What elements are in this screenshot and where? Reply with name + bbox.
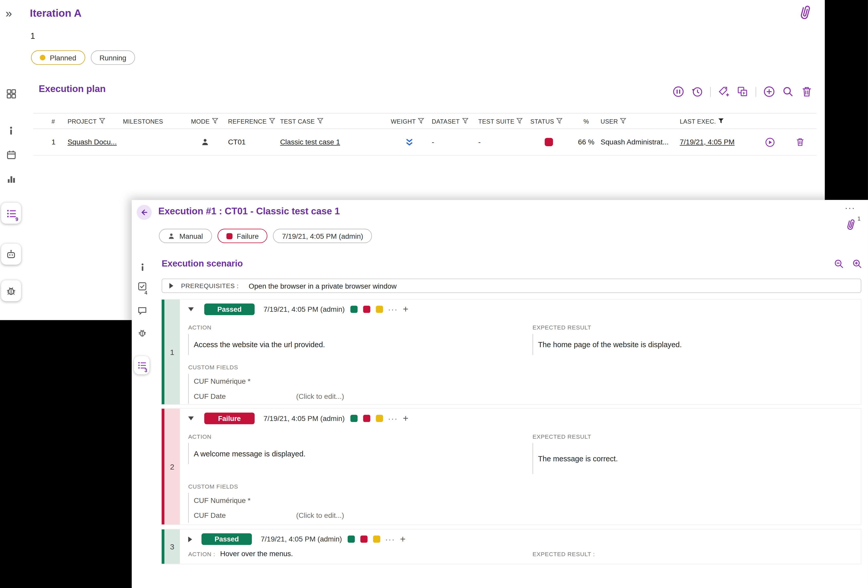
mark-failure-icon[interactable] [360,536,368,543]
mark-failure-icon[interactable] [363,415,370,422]
delete-icon[interactable] [801,86,812,98]
date-label: 7/19/21, 4:05 PM (admin) [282,232,363,240]
project-link[interactable]: Squash Docu... [68,138,123,146]
step-status-badge[interactable]: Failure [204,412,255,424]
mark-blocked-icon[interactable] [376,415,383,422]
column-header-test-suite[interactable]: TEST SUITE [478,118,530,124]
expand-step-icon[interactable] [188,536,192,542]
cuf-date-field[interactable]: CUF Date [194,392,296,400]
cuf-date-value[interactable]: (Click to edit...) [296,511,344,519]
chart-icon[interactable] [6,174,17,183]
cuf-date-value[interactable]: (Click to edit...) [296,392,344,400]
cuf-date-row: CUF Date(Click to edit...) [189,389,856,404]
execution-history-icon[interactable] [691,86,703,98]
table-row[interactable]: 1 Squash Docu... CT01 Classic test case … [33,129,816,155]
column-label: DATASET [432,118,460,124]
more-options-icon[interactable]: ··· [844,203,855,213]
column-header-user[interactable]: USER [597,118,676,124]
attachments-icon[interactable] [797,3,813,22]
filter-icon[interactable] [99,118,105,124]
zoom-in-icon[interactable] [852,259,862,269]
info-icon[interactable] [6,126,17,135]
column-header-milestones[interactable]: MILESTONES [123,118,191,124]
add-item-icon[interactable] [763,86,775,98]
add-step-icon[interactable]: + [403,304,408,315]
filter-icon[interactable] [269,118,275,124]
column-header-dataset[interactable]: DATASET [432,118,478,124]
column-header-percent[interactable]: % [576,118,597,124]
back-button[interactable] [137,205,152,220]
step-number: 1 [164,300,180,404]
search-icon[interactable] [782,86,794,98]
action-label: ACTION : [188,551,215,557]
step-menu-icon[interactable]: ··· [388,414,398,423]
filter-icon[interactable] [317,118,323,124]
column-header-status[interactable]: STATUS [530,118,576,124]
add-step-icon[interactable]: + [400,533,405,545]
last-exec-link[interactable]: 7/19/21, 4:05 PM [676,138,753,146]
filter-active-icon[interactable] [718,118,725,124]
zoom-out-icon[interactable] [834,259,844,269]
action-text-field[interactable]: A welcome message is displayed. [188,443,533,464]
filter-icon[interactable] [557,118,562,124]
filter-icon[interactable] [517,118,523,124]
column-header-reference[interactable]: REFERENCE [228,118,280,124]
filter-icon[interactable] [620,118,626,124]
column-header-last-exec[interactable]: LAST EXEC. [676,118,753,124]
step-menu-icon[interactable]: ··· [388,304,398,314]
tab-verifications-icon[interactable]: 4 [137,282,148,291]
expected-result-field[interactable]: The home page of the website is displaye… [533,334,856,355]
run-execution-icon[interactable] [765,137,775,147]
action-text-field[interactable]: Access the website via the url provided. [188,334,533,355]
cuf-numeric-field[interactable]: CUF Numérique * [194,496,296,504]
attachments-icon[interactable] [844,217,857,232]
collapse-step-icon[interactable] [188,307,194,311]
dataset-cell: - [432,138,478,146]
expand-prerequisites-icon[interactable] [169,283,173,289]
running-status-pill[interactable]: Running [91,50,135,65]
automated-suites-button[interactable] [1,244,21,265]
column-header-mode[interactable]: MODE [191,118,228,124]
calendar-icon[interactable] [6,150,17,160]
expand-sidebar-icon[interactable]: » [6,7,12,20]
user-cell: Squash Administrat... [597,138,676,146]
mark-failure-icon[interactable] [363,306,370,313]
mark-blocked-icon[interactable] [376,306,383,313]
step-status-badge[interactable]: Passed [201,533,252,545]
filter-icon[interactable] [418,118,424,124]
delete-row-icon[interactable] [796,137,805,147]
attach-tag-icon[interactable] [718,86,729,98]
column-header-weight[interactable]: WEIGHT [391,118,431,124]
column-header-test-case[interactable]: TEST CASE [280,118,391,124]
test-step-1: 1 Passed 7/19/21, 4:05 PM (admin) ··· + … [162,299,861,405]
filter-icon[interactable] [212,118,218,124]
column-header-num[interactable]: # [33,118,68,124]
cuf-numeric-field[interactable]: CUF Numérique * [194,377,296,385]
step-menu-icon[interactable]: ··· [385,534,395,544]
dashboard-icon[interactable] [6,89,17,99]
tab-information-icon[interactable] [137,263,148,271]
tab-issues-icon[interactable] [137,328,148,337]
cuf-numeric-row: CUF Numérique * [189,493,856,508]
execution-status-pill[interactable]: Failure [217,229,268,243]
run-multiple-icon[interactable] [737,86,748,98]
tab-scenario-selected[interactable]: 3 [134,356,149,374]
collapse-step-icon[interactable] [188,416,194,420]
pause-execution-icon[interactable] [673,86,684,98]
add-step-icon[interactable]: + [403,413,408,424]
column-header-project[interactable]: PROJECT [68,118,123,124]
mark-passed-icon[interactable] [350,306,357,313]
tab-comments-icon[interactable] [137,306,148,315]
mark-blocked-icon[interactable] [373,536,380,543]
planned-status-pill[interactable]: Planned [31,50,85,65]
sidebar-item-execution-plan[interactable]: 9 [1,203,21,224]
test-case-link[interactable]: Classic test case 1 [280,138,391,146]
cuf-date-field[interactable]: CUF Date [194,511,296,519]
expected-result-field[interactable]: The message is correct. [533,443,856,474]
filter-icon[interactable] [462,118,468,124]
status-cell[interactable] [530,138,576,146]
bug-report-button[interactable] [1,280,21,301]
mark-passed-icon[interactable] [350,415,357,422]
mark-passed-icon[interactable] [348,536,355,543]
step-status-badge[interactable]: Passed [204,303,255,315]
